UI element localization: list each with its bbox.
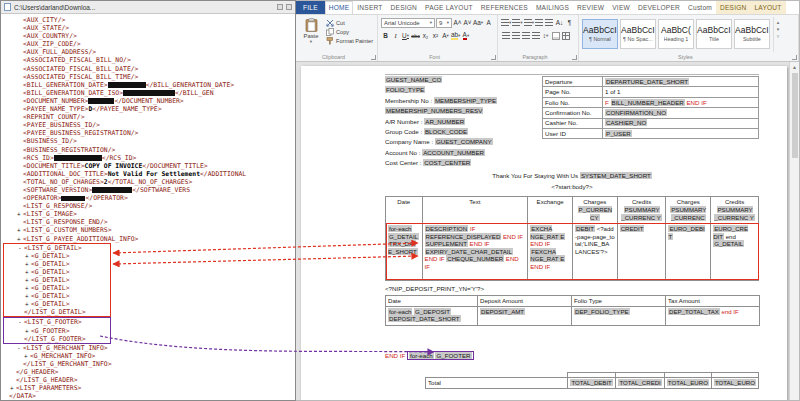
numbering-button[interactable]: ▾	[512, 18, 522, 28]
xml-line: <BUSINESS_ID/>	[3, 137, 295, 145]
tab-page-layout[interactable]: PAGE LAYOUT	[421, 1, 477, 14]
tab-file[interactable]: FILE	[296, 1, 325, 14]
scrollbar-thumb[interactable]	[792, 73, 798, 158]
bold-button[interactable]: B	[381, 31, 390, 41]
xml-tag: <AUX_CITY/>	[23, 16, 65, 24]
justify-button[interactable]	[531, 31, 540, 41]
styles-scroll-down-button[interactable]: ▾	[777, 26, 780, 32]
document-page[interactable]: GUEST_NAME_COFOLIO_TYPEMembership No : M…	[301, 66, 787, 400]
tab-references[interactable]: REFERENCES	[477, 1, 532, 14]
strikethrough-button[interactable]: abc	[411, 31, 420, 41]
column-header-label: Date	[388, 198, 420, 206]
ribbon: Paste ▾ Cut Copy Format Painter	[296, 15, 799, 62]
xml-tag: <BUSINESS_ID/>	[23, 137, 77, 145]
paste-button[interactable]: Paste ▾	[299, 17, 323, 52]
thanks-line: Thank You For Staying With Us SYSTEM_DAT…	[385, 170, 759, 181]
styles-more-button[interactable]: ▿	[777, 33, 780, 39]
xml-tag: <PAYEE_BUSINESS_ID/>	[23, 121, 100, 129]
template-field: PSUMMARY _CURRENC Y	[621, 206, 662, 221]
font-size-combo[interactable]: 9▾	[436, 18, 452, 28]
increase-indent-button[interactable]	[545, 18, 554, 28]
show-paragraph-marks-button[interactable]: ¶	[565, 18, 574, 28]
tab-review[interactable]: REVIEW	[573, 1, 608, 14]
clipboard-dialog-launcher[interactable]	[371, 55, 376, 60]
style-card[interactable]: AaBbCcITitle	[696, 19, 732, 49]
window-minimize-button[interactable]	[277, 4, 283, 10]
template-field: G_DEPOSIT	[414, 308, 451, 315]
window-close-button[interactable]	[286, 4, 292, 10]
template-field: for-each	[388, 225, 412, 232]
document-area[interactable]: GUEST_NAME_COFOLIO_TYPEMembership No : M…	[296, 62, 799, 400]
sort-button[interactable]: A↓	[555, 18, 564, 28]
template-field: CASHIER_NO	[605, 119, 647, 126]
vertical-scrollbar[interactable]: ▲	[789, 62, 799, 400]
redacted-value	[61, 196, 85, 202]
xml-tag: </ADDITIONAL	[200, 170, 246, 178]
bullets-button[interactable]: ▾	[501, 18, 511, 28]
footer-foreach-line: END IF for-each G_FOOTER	[385, 351, 759, 363]
header-row: Cashier No.CASHIER_NO	[543, 118, 759, 128]
column-header: Exchange	[528, 196, 573, 223]
tab-insert[interactable]: INSERT	[353, 1, 386, 14]
font-name-combo[interactable]: Arial Unicode▾	[381, 18, 435, 28]
subscript-button[interactable]: x₂	[421, 31, 430, 41]
shrink-font-button[interactable]: A˅	[463, 18, 472, 28]
header-label: Cashier No.	[543, 118, 603, 128]
style-card[interactable]: AaBbC(Heading 1	[658, 19, 694, 49]
xml-titlebar: C:\Users\darland\Downloa...	[1, 1, 295, 14]
tab-layout[interactable]: LAYOUT	[750, 1, 785, 14]
xml-tag: <DOCUMENT_TITLE>	[23, 162, 85, 170]
change-case-button[interactable]: Aa▾	[473, 18, 483, 28]
style-card[interactable]: AaBbCcISubtitle	[734, 19, 770, 49]
borders-button[interactable]	[561, 31, 570, 41]
xml-tag: </LIST_G_HEADER>	[16, 376, 78, 384]
align-center-button[interactable]	[511, 31, 520, 41]
tab-design[interactable]: DESIGN	[716, 1, 750, 14]
clear-formatting-button[interactable]: A	[484, 18, 493, 28]
align-left-button[interactable]	[501, 31, 510, 41]
decrease-indent-button[interactable]	[535, 18, 544, 28]
copy-button[interactable]: Copy	[326, 28, 373, 36]
tab-developer[interactable]: DEVELOPER	[634, 1, 684, 14]
paragraph-dialog-launcher[interactable]	[572, 55, 577, 60]
italic-button[interactable]: I	[391, 31, 400, 41]
template-field: G_DETAIL	[388, 233, 419, 240]
tab-custom[interactable]: Custom	[684, 1, 716, 14]
deposit-condition-marker: <?NIP_DEPOSIT_PRINT_YN='Y'?>	[385, 285, 759, 294]
tab-view[interactable]: VIEW	[608, 1, 634, 14]
style-card[interactable]: AaBbCcI¶ Normal	[582, 19, 618, 49]
xml-tag: </LIST_G_FOOTER>	[24, 335, 86, 343]
clipboard-group-label: Clipboard	[296, 54, 371, 60]
paste-dropdown-arrow: ▾	[310, 40, 312, 44]
xml-tag: <AUX_ZIP_CODE/>	[23, 40, 81, 48]
tab-home[interactable]: HOME	[325, 1, 354, 14]
xml-tag: <G_DETAIL>	[31, 260, 69, 268]
line-spacing-button[interactable]: ↕▾	[541, 31, 550, 41]
align-right-button[interactable]	[521, 31, 530, 41]
styles-scroll-up-button[interactable]: ▴	[777, 19, 780, 25]
cut-button[interactable]: Cut	[326, 19, 373, 27]
xml-line: -<LIST_G_MERCHANT_INFO>	[3, 344, 295, 352]
xml-line: +<G_DETAIL>	[4, 300, 110, 308]
shading-button[interactable]	[551, 31, 560, 41]
clipboard-group: Paste ▾ Cut Copy Format Painter	[296, 15, 378, 61]
text: Thank You For Staying With Us	[492, 172, 578, 179]
tab-mailings[interactable]: MAILINGS	[532, 1, 573, 14]
styles-dialog-launcher[interactable]	[792, 55, 797, 60]
column-header-label: Text	[425, 198, 526, 206]
xml-tag: <G_DETAIL>	[31, 252, 69, 260]
superscript-button[interactable]: x²	[431, 31, 440, 41]
text-effects-button[interactable]: A▾	[441, 31, 450, 41]
template-field: TRX_DAT E_SHORT	[388, 240, 418, 255]
style-card[interactable]: AaBbCcI¶ No Spac...	[620, 19, 656, 49]
format-painter-label: Format Painter	[336, 38, 373, 44]
multilevel-list-button[interactable]: ▾	[524, 18, 534, 28]
underline-button[interactable]: U▾	[401, 31, 410, 41]
font-dialog-launcher[interactable]	[491, 55, 496, 60]
highlight-button[interactable]: ab▾	[451, 31, 460, 41]
font-color-button[interactable]: A▾	[461, 31, 470, 41]
format-painter-button[interactable]: Format Painter	[326, 37, 373, 45]
grow-font-button[interactable]: A˄	[453, 18, 462, 28]
tab-design[interactable]: DESIGN	[387, 1, 421, 14]
scroll-up-icon[interactable]: ▲	[792, 62, 797, 71]
